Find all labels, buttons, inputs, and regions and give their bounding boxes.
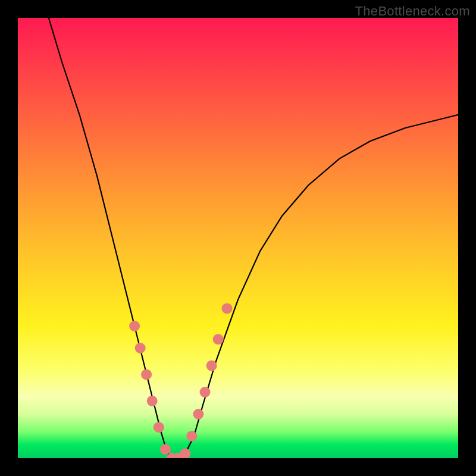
curve-dot xyxy=(193,409,203,419)
curve-dot xyxy=(160,444,171,455)
curve-dot xyxy=(141,369,152,380)
curve-dot xyxy=(147,396,158,406)
curve-dot xyxy=(154,422,164,433)
bottleneck-curve xyxy=(49,18,458,458)
curve-dot xyxy=(200,387,211,397)
chart-overlay xyxy=(18,18,458,458)
curve-dot xyxy=(186,431,197,441)
curve-dot xyxy=(135,343,146,353)
watermark-text: TheBottleneck.com xyxy=(355,4,470,19)
curve-dot xyxy=(222,303,233,314)
curve-dot xyxy=(180,449,190,458)
curve-dot xyxy=(129,321,140,331)
outer-frame: TheBottleneck.com xyxy=(0,0,476,476)
curve-dot xyxy=(206,361,217,371)
curve-dot xyxy=(213,334,224,345)
marked-points xyxy=(129,303,232,458)
